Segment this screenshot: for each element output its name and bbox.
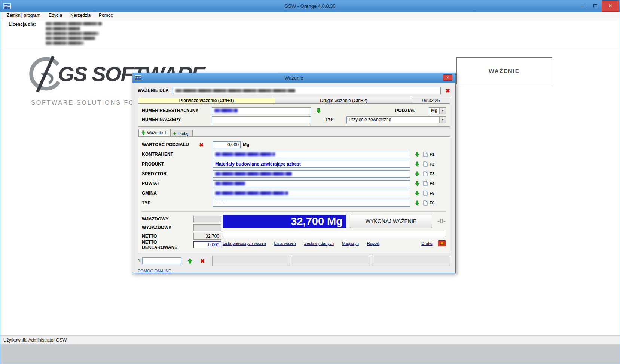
- wykonaj-wazenie-button[interactable]: WYKONAJ WAŻENIE: [350, 215, 432, 228]
- kontrahent-document-button[interactable]: [423, 152, 428, 157]
- link-raport[interactable]: Raport: [367, 241, 379, 246]
- typ-row-input[interactable]: - - -: [213, 200, 410, 207]
- trailer-number-label: NUMER NACZEPY: [142, 117, 212, 122]
- link-lista-pierwszych-wazen[interactable]: Lista pierwszych ważeń: [223, 241, 266, 246]
- produkt-dropdown-button[interactable]: [415, 161, 420, 167]
- fkey-label: F1: [430, 152, 434, 157]
- redacted-text: [215, 152, 275, 156]
- menu-item-edycja[interactable]: Edycja: [45, 12, 66, 18]
- document-icon: [423, 171, 428, 176]
- document-icon: [423, 191, 428, 196]
- menu-item-zamknij-program[interactable]: Zamknij program: [3, 12, 45, 18]
- kontrahent-row: KONTRAHENT F1: [142, 149, 446, 159]
- weighing-form-panel: WARTOŚĆ PODZIAŁU ✖ Mg KONTRAHENT: [138, 136, 450, 253]
- dialog-title: Ważenie: [132, 75, 455, 81]
- tab-first-weighing[interactable]: Pierwsze ważenie (Ctrl+1): [138, 98, 275, 104]
- down-arrow-icon: [415, 181, 420, 186]
- reg-number-arrow-button[interactable]: [316, 108, 321, 114]
- trailer-number-input[interactable]: [212, 116, 311, 123]
- redacted-text: [215, 191, 288, 195]
- weight-values: WJAZDOWY WYJAZDOWY NETTO 32,700: [142, 215, 221, 249]
- produkt-row: PRODUKT Materiały budowlane zawierające …: [142, 159, 446, 169]
- tab-second-weighing[interactable]: Drugie ważenie (Ctrl+2): [275, 98, 412, 104]
- close-icon: ✕: [446, 75, 449, 80]
- netto-deklarowane-label: NETTO DEKLAROWANE: [142, 240, 193, 250]
- powiat-input[interactable]: [213, 180, 410, 187]
- down-arrow-icon: [415, 161, 420, 167]
- link-magazyn[interactable]: Magazyn: [342, 241, 359, 246]
- minimize-button[interactable]: [576, 0, 589, 12]
- app-icon: GSW: [3, 3, 11, 9]
- produkt-input[interactable]: Materiały budowlane zawierające azbest: [213, 161, 410, 168]
- clear-row-button[interactable]: ✖: [200, 258, 205, 264]
- wjazdowy-label: WJAZDOWY: [142, 216, 168, 222]
- spedytor-input[interactable]: [213, 170, 410, 178]
- wyjazdowy-label: WYJAZDOWY: [142, 225, 171, 230]
- print-button[interactable]: [438, 240, 446, 246]
- powiat-dropdown-button[interactable]: [415, 181, 420, 186]
- send-up-button[interactable]: [187, 258, 193, 264]
- maximize-icon: [593, 4, 597, 7]
- typ-dropdown-button[interactable]: [415, 200, 420, 206]
- fkey-label: F5: [430, 191, 434, 195]
- powiat-document-button[interactable]: [423, 181, 428, 186]
- weight-display-area: 32,700 Mg WYKONAJ WAŻENIE -0- Lista pier…: [223, 215, 446, 249]
- license-panel: Licencja dla:: [0, 19, 620, 48]
- pomoc-online-link[interactable]: POMOC ON-LINE: [138, 269, 171, 273]
- gmina-row: GMINA F5: [142, 188, 446, 198]
- podzial-select[interactable]: Mg ▼: [429, 107, 446, 114]
- redacted-text: [214, 109, 238, 112]
- close-icon: ✕: [608, 3, 612, 9]
- spedytor-document-button[interactable]: [423, 171, 428, 176]
- subtab-dodaj[interactable]: + Dodaj: [171, 130, 193, 136]
- reg-number-label: NUMER REJESTRACYJNY: [142, 108, 212, 113]
- wazenie-button[interactable]: WAŻENIE: [456, 57, 552, 84]
- gmina-input[interactable]: [213, 190, 410, 197]
- down-arrow-icon: [141, 130, 146, 135]
- subtab-wazenie-1[interactable]: Ważenie 1: [138, 129, 171, 136]
- redacted-license-line: [46, 22, 102, 25]
- document-icon: [423, 200, 428, 206]
- chevron-down-icon: ▼: [439, 108, 446, 114]
- printer-icon: [440, 242, 444, 245]
- link-drukuj[interactable]: Drukuj: [421, 241, 433, 246]
- close-button[interactable]: ✕: [602, 0, 619, 12]
- menu-item-pomoc[interactable]: Pomoc: [95, 12, 117, 18]
- fkey-label: F4: [430, 181, 434, 186]
- wartosc-podzialu-label: WARTOŚĆ PODZIAŁU: [142, 142, 199, 147]
- kontrahent-input[interactable]: [213, 151, 410, 158]
- gmina-document-button[interactable]: [423, 191, 428, 196]
- typ-row-label: TYP: [142, 200, 213, 206]
- window-controls: ✕: [576, 0, 619, 12]
- maximize-button[interactable]: [589, 0, 602, 12]
- produkt-document-button[interactable]: [423, 161, 428, 167]
- menu-item-narzedzia[interactable]: Narzędzia: [66, 12, 95, 18]
- fkey-label: F6: [430, 201, 434, 205]
- down-arrow-icon: [415, 152, 420, 157]
- reg-number-input[interactable]: [212, 107, 311, 114]
- clear-wartosc-button[interactable]: ✖: [199, 142, 213, 148]
- dialog-close-button[interactable]: ✕: [443, 74, 452, 81]
- license-label: Licencja dla:: [9, 22, 36, 48]
- wartosc-podzialu-input[interactable]: [213, 141, 241, 148]
- gmina-dropdown-button[interactable]: [415, 191, 420, 196]
- wazenie-dla-input[interactable]: [173, 87, 441, 94]
- netto-deklarowane-input[interactable]: [193, 241, 221, 248]
- status-user-text: Użytkownik: Administrator GSW: [3, 337, 67, 343]
- typ-document-button[interactable]: [423, 200, 428, 206]
- row1-input[interactable]: [142, 257, 181, 264]
- kontrahent-dropdown-button[interactable]: [415, 152, 420, 157]
- weighing-tabs: Pierwsze ważenie (Ctrl+1) Drugie ważenie…: [138, 98, 450, 104]
- spedytor-dropdown-button[interactable]: [415, 171, 420, 176]
- typ-select[interactable]: Przyjęcie zewnętrzne ▼: [346, 116, 446, 123]
- redacted-text: [175, 89, 295, 92]
- time-display: 09:33:25: [412, 98, 450, 104]
- fkey-label: F2: [430, 162, 434, 166]
- redacted-license-line: [46, 41, 84, 45]
- podzial-label: PODZIAŁ: [395, 108, 415, 113]
- redacted-license-line: [46, 27, 80, 30]
- spedytor-label: SPEDYTOR: [142, 171, 213, 176]
- clear-wazenie-dla-button[interactable]: ✖: [445, 88, 450, 93]
- link-zestawy-danych[interactable]: Zestawy danych: [304, 241, 334, 246]
- link-lista-wazen[interactable]: Lista ważeń: [274, 241, 296, 246]
